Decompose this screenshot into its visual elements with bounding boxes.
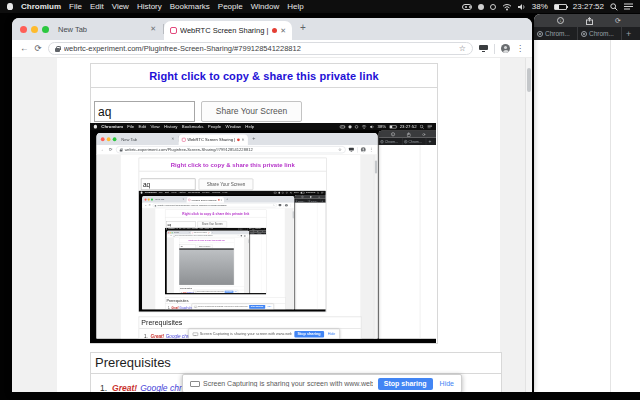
screen-recording-indicator-icon[interactable] — [238, 228, 240, 229]
browser-menu-button[interactable]: ⋮ — [369, 147, 373, 152]
menu-item-view[interactable]: View — [150, 124, 159, 129]
private-link-heading[interactable]: Right click to copy & share this private… — [165, 210, 266, 217]
hide-link[interactable]: Hide — [328, 332, 336, 336]
apple-menu-icon[interactable] — [7, 3, 13, 10]
input-source-icon[interactable] — [242, 228, 243, 229]
profile-avatar[interactable] — [501, 44, 510, 53]
close-tab-icon[interactable]: ✕ — [209, 232, 210, 233]
stop-sharing-button[interactable]: Stop sharing — [294, 331, 324, 338]
status-menu-icon[interactable] — [478, 4, 484, 10]
menu-item-view[interactable]: View — [183, 228, 186, 229]
reload-button[interactable]: ⟳ — [170, 235, 171, 236]
profile-avatar[interactable] — [361, 147, 366, 152]
menu-app-name[interactable]: Chromium — [21, 2, 61, 11]
hide-link[interactable]: Hide — [234, 291, 236, 292]
new-tab-button[interactable]: + — [226, 197, 228, 200]
close-tab-icon[interactable]: ✕ — [280, 27, 286, 35]
screen-recording-indicator-icon[interactable] — [340, 125, 345, 128]
download-icon[interactable]: ↓ — [301, 196, 303, 198]
screen-recording-indicator-icon[interactable] — [462, 4, 472, 10]
screen-share-extension-icon[interactable] — [349, 148, 354, 152]
stop-sharing-button[interactable]: Stop sharing — [378, 378, 433, 390]
page-scrollbar-thumb[interactable] — [293, 211, 294, 218]
back-button[interactable]: ← — [20, 44, 29, 53]
menu-item-window[interactable]: Window — [251, 2, 279, 11]
background-scrollbar[interactable] — [420, 145, 421, 339]
input-source-icon[interactable] — [490, 4, 496, 10]
bookmark-star-icon[interactable]: ☆ — [273, 204, 275, 207]
battery-icon[interactable] — [301, 192, 305, 194]
menu-item-history[interactable]: History — [187, 228, 191, 229]
menu-item-bookmarks[interactable]: Bookmarks — [182, 124, 204, 129]
close-tab-icon[interactable]: ✕ — [189, 232, 190, 233]
menu-item-view[interactable]: View — [171, 191, 176, 194]
tab-webrtc-screen-sharing[interactable]: WebRTC Screen Sharing | ✕ — [179, 135, 248, 145]
menu-app-name[interactable]: Chromium — [168, 228, 174, 229]
new-tab-button[interactable]: + — [212, 232, 213, 234]
screen-share-extension-icon[interactable] — [279, 204, 282, 206]
menu-item-history[interactable]: History — [164, 124, 177, 129]
background-tab[interactable]: Chrom... — [379, 138, 403, 145]
battery-icon[interactable] — [554, 4, 567, 10]
menu-app-name[interactable]: Chromium — [101, 124, 123, 129]
minimize-window-button[interactable] — [148, 199, 150, 201]
close-window-button[interactable] — [145, 199, 147, 201]
battery-icon[interactable] — [389, 125, 396, 128]
close-tab-icon[interactable]: ✕ — [241, 138, 244, 142]
wifi-icon[interactable] — [502, 3, 512, 11]
reload-icon[interactable]: ⟳ — [423, 132, 426, 136]
background-tab[interactable]: Chrom... — [578, 27, 622, 40]
menu-item-file[interactable]: File — [69, 2, 82, 11]
private-link-heading[interactable]: Right click to copy & share this private… — [91, 64, 437, 88]
notification-center-icon[interactable] — [321, 192, 324, 194]
menu-item-edit[interactable]: Edit — [90, 2, 104, 11]
menu-item-help[interactable]: Help — [223, 191, 228, 194]
share-your-screen-button[interactable]: Share Your Screen — [197, 221, 227, 227]
menu-item-bookmarks[interactable]: Bookmarks — [188, 191, 200, 194]
menu-item-edit[interactable]: Edit — [165, 191, 169, 194]
apple-menu-icon[interactable] — [94, 125, 97, 129]
background-new-tab-button[interactable]: + — [428, 139, 431, 145]
screen-recording-indicator-icon[interactable] — [274, 192, 277, 194]
page-scrollbar-thumb[interactable] — [527, 68, 531, 92]
volume-icon[interactable] — [290, 191, 292, 193]
page-scrollbar-track[interactable] — [292, 208, 294, 309]
page-scrollbar-track[interactable] — [374, 155, 378, 339]
address-bar[interactable]: webrtc-experiment.com/Pluginfree-Screen-… — [153, 203, 277, 207]
page-scrollbar-track[interactable] — [248, 238, 249, 294]
background-tab[interactable]: Chrom... — [534, 27, 578, 40]
menu-item-bookmarks[interactable]: Bookmarks — [170, 2, 210, 11]
back-button[interactable]: ← — [168, 235, 169, 236]
reload-button[interactable]: ⟳ — [109, 147, 113, 152]
profile-avatar[interactable] — [244, 235, 245, 236]
zoom-window-button[interactable] — [113, 137, 117, 141]
room-name-input[interactable] — [94, 101, 195, 122]
spotlight-search-icon[interactable] — [420, 124, 424, 128]
status-menu-icon[interactable] — [240, 228, 241, 229]
menu-item-people[interactable]: People — [208, 124, 221, 129]
spotlight-search-icon[interactable] — [610, 3, 618, 11]
zoom-window-button[interactable] — [42, 26, 49, 33]
menu-item-window[interactable]: Window — [212, 191, 220, 194]
notification-center-icon[interactable] — [427, 125, 432, 129]
menu-item-window[interactable]: Window — [226, 124, 241, 129]
volume-icon[interactable] — [370, 124, 374, 128]
background-scrollbar[interactable] — [610, 40, 611, 392]
page-scrollbar-thumb[interactable] — [248, 239, 249, 243]
menu-item-history[interactable]: History — [137, 2, 162, 11]
menu-item-people[interactable]: People — [218, 2, 243, 11]
background-new-tab-button[interactable]: + — [626, 29, 631, 39]
notification-center-icon[interactable] — [624, 3, 633, 10]
page-scrollbar-thumb[interactable] — [375, 160, 377, 173]
volume-icon[interactable] — [518, 3, 526, 11]
bookmark-star-icon[interactable]: ☆ — [459, 44, 466, 53]
reload-icon[interactable]: ⟳ — [318, 196, 320, 198]
wifi-icon[interactable] — [361, 124, 366, 128]
share-your-screen-button[interactable]: Share Your Screen — [201, 101, 302, 122]
room-name-input[interactable] — [166, 221, 196, 227]
close-tab-icon[interactable]: ✕ — [183, 198, 185, 200]
spotlight-search-icon[interactable] — [317, 191, 319, 193]
profile-avatar[interactable] — [285, 204, 288, 207]
apple-menu-icon[interactable] — [141, 192, 143, 194]
private-link-heading[interactable]: Right click to copy & share this private… — [139, 158, 326, 171]
